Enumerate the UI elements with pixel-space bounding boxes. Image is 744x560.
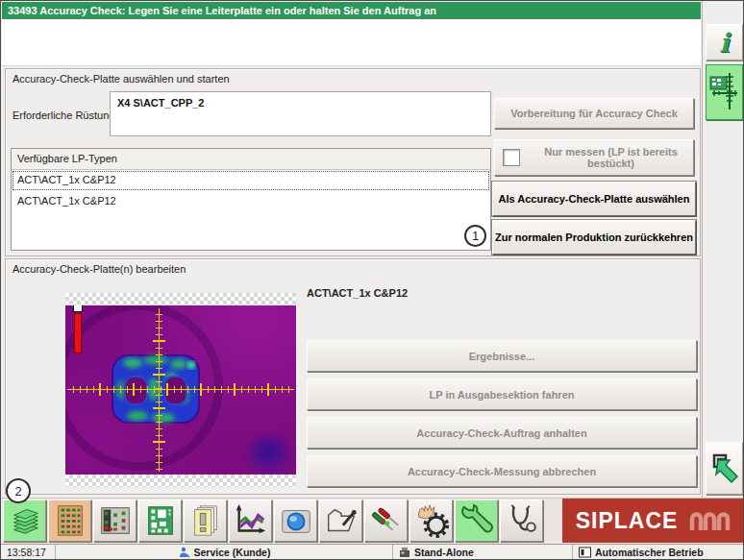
ruestung-value-field[interactable]: X4 S\ACT_CPP_2 bbox=[110, 91, 491, 136]
folder-edit-icon bbox=[323, 502, 360, 539]
ruestung-value: X4 S\ACT_CPP_2 bbox=[117, 97, 204, 109]
setup-tools-icon bbox=[368, 502, 405, 539]
message-strip bbox=[2, 19, 701, 66]
feeder-table-icon bbox=[52, 502, 88, 539]
section-select-act-plate: Accuracy-Check-Platte auswählen und star… bbox=[5, 68, 701, 256]
auftrag-anhalten-button[interactable]: Accuracy-Check-Auftrag anhalten bbox=[307, 417, 697, 449]
manual-gear-icon bbox=[413, 502, 450, 539]
right-sidebar: i bbox=[702, 1, 744, 498]
zur-produktion-button[interactable]: Zur normalen Produktion zurückkehren bbox=[492, 220, 696, 255]
toolbar-camera-button[interactable] bbox=[274, 499, 317, 542]
toolbar-pcb-layout-button[interactable] bbox=[138, 499, 182, 542]
lp-ausgabesektion-button[interactable]: LP in Ausgabesektion fahren bbox=[307, 378, 697, 410]
pcb-stack-icon bbox=[7, 502, 43, 539]
scale-red-bar bbox=[74, 313, 82, 353]
siplace-logo: SIPLACE bbox=[562, 499, 744, 543]
toolbar-diagnostics-button[interactable] bbox=[500, 499, 543, 542]
annotation-circle-1: 1 bbox=[464, 225, 486, 247]
info-icon: i bbox=[719, 28, 729, 58]
lp-table-row[interactable]: ACT\ACT_1x C&P12 bbox=[12, 191, 490, 212]
section1-title: Accuracy-Check-Platte auswählen und star… bbox=[12, 73, 230, 85]
mode-segment: Stand-Alone bbox=[394, 545, 573, 560]
user-segment: Service (Kunde) bbox=[57, 545, 393, 560]
service-wrench-icon bbox=[459, 502, 495, 539]
toolbar-folder-edit-button[interactable] bbox=[319, 499, 362, 542]
lp-table-row[interactable]: ACT\ACT_1x C&P12 bbox=[12, 170, 490, 191]
status-message-text: 33493 Accuracy Check: Legen Sie eine Lei… bbox=[8, 5, 436, 16]
toolbar-feeder-table-button[interactable] bbox=[48, 499, 91, 542]
return-button[interactable] bbox=[706, 442, 743, 495]
status-message-bar: 33493 Accuracy Check: Legen Sie eine Lei… bbox=[2, 2, 701, 19]
annotation-circle-2: 2 bbox=[6, 478, 31, 503]
board-type-label: ACT\ACT_1x C&P12 bbox=[307, 287, 408, 299]
accuracy-check-icon bbox=[708, 71, 741, 113]
transparency-checker bbox=[65, 475, 296, 487]
standalone-icon bbox=[399, 547, 410, 558]
crosshair-horizontal-line bbox=[67, 389, 294, 390]
auto-mode-icon bbox=[579, 547, 591, 558]
als-act-platte-button[interactable]: Als Accuracy-Check-Platte auswählen bbox=[492, 182, 696, 216]
statistics-icon bbox=[233, 502, 269, 539]
status-bar: 13:58:17 Service (Kunde) Stand-Alone Aut… bbox=[1, 544, 744, 560]
operation-text: Automatischer Betrieb bbox=[595, 547, 704, 558]
toolbar-station-overview-button[interactable] bbox=[93, 499, 136, 542]
clock-segment: 13:58:17 bbox=[2, 545, 56, 560]
toolbar-error-log-button[interactable] bbox=[184, 499, 227, 542]
lp-type-table: Verfügbare LP-Typen ACT\ACT_1x C&P12 ACT… bbox=[11, 148, 491, 251]
lp-table-header: Verfügbare LP-Typen bbox=[12, 149, 490, 170]
transparency-checker bbox=[65, 293, 296, 305]
toolbar-manual-operation-button[interactable] bbox=[409, 499, 453, 542]
vorbereitung-button[interactable]: Vorbereitung für Accuracy Check bbox=[494, 98, 694, 129]
messung-abbrechen-button[interactable]: Accuracy-Check-Messung abbrechen bbox=[307, 455, 697, 487]
operation-segment: Automatischer Betrieb bbox=[574, 545, 744, 560]
info-button[interactable]: i bbox=[706, 24, 743, 61]
toolbar-service-button[interactable] bbox=[455, 499, 498, 542]
diagnostics-icon bbox=[504, 502, 540, 539]
camera-icon bbox=[278, 502, 314, 539]
nur-messen-label: Nur messen (LP ist bereits bestückt) bbox=[529, 146, 693, 169]
station-overview-icon bbox=[97, 502, 134, 539]
scale-marker-box bbox=[73, 305, 83, 312]
nur-messen-checkbox[interactable] bbox=[503, 149, 520, 166]
toolbar-statistics-button[interactable] bbox=[229, 499, 272, 542]
return-arrow-icon bbox=[709, 451, 740, 486]
app-window: 33493 Accuracy Check: Legen Sie eine Lei… bbox=[0, 0, 744, 560]
toolbar-pcb-stack-button[interactable] bbox=[3, 499, 46, 542]
section-edit-act-plate: Accuracy-Check-Platte(n) bearbeiten ACT\… bbox=[5, 258, 701, 495]
section2-title: Accuracy-Check-Platte(n) bearbeiten bbox=[12, 263, 186, 275]
ergebnisse-button[interactable]: Ergebnisse... bbox=[307, 340, 697, 372]
pcb-layout-icon bbox=[142, 502, 179, 539]
accuracy-heatmap-image bbox=[65, 293, 296, 487]
siplace-logo-text: SIPLACE bbox=[576, 508, 679, 534]
main-toolbar: SIPLACE bbox=[1, 498, 744, 542]
toolbar-setup-tools-button[interactable] bbox=[364, 499, 408, 542]
clock-text: 13:58:17 bbox=[7, 547, 46, 558]
user-icon bbox=[179, 547, 190, 558]
nur-messen-button[interactable]: Nur messen (LP ist bereits bestückt) bbox=[494, 139, 694, 176]
siplace-nnn-icon bbox=[689, 510, 732, 531]
user-text: Service (Kunde) bbox=[194, 547, 271, 558]
mode-text: Stand-Alone bbox=[414, 547, 474, 558]
ruestung-label: Erforderliche Rüstung: bbox=[12, 110, 117, 121]
heatmap-field bbox=[65, 305, 296, 475]
error-log-icon bbox=[187, 502, 224, 539]
accuracy-check-tab-button[interactable] bbox=[706, 64, 743, 120]
